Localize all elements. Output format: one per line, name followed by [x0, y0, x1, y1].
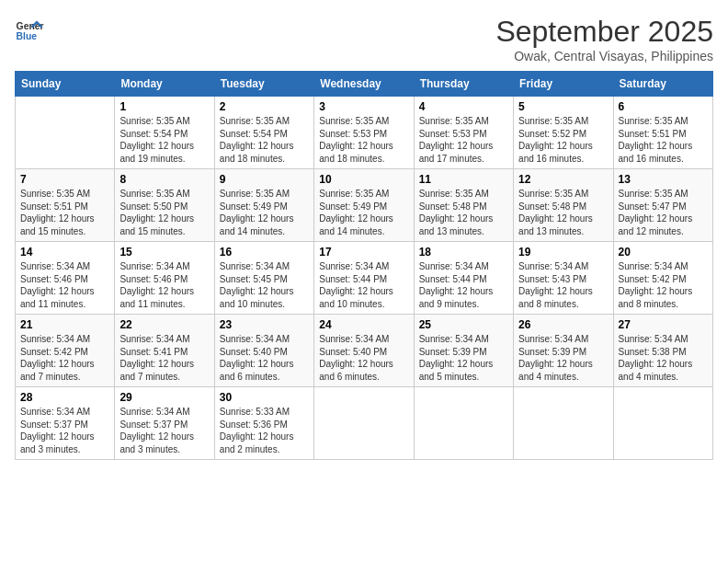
day-header-monday: Monday — [115, 72, 214, 97]
calendar-cell: 23Sunrise: 5:34 AMSunset: 5:40 PMDayligh… — [214, 315, 313, 387]
day-number: 11 — [419, 173, 508, 186]
day-info: Sunrise: 5:35 AMSunset: 5:53 PMDaylight:… — [419, 115, 508, 165]
calendar-cell: 24Sunrise: 5:34 AMSunset: 5:40 PMDayligh… — [314, 315, 414, 387]
calendar-cell: 18Sunrise: 5:34 AMSunset: 5:44 PMDayligh… — [414, 242, 513, 315]
calendar-cell — [613, 387, 712, 460]
calendar-cell: 21Sunrise: 5:34 AMSunset: 5:42 PMDayligh… — [16, 315, 115, 387]
day-number: 29 — [119, 391, 209, 404]
calendar-cell: 8Sunrise: 5:35 AMSunset: 5:50 PMDaylight… — [115, 169, 214, 242]
day-number: 12 — [518, 173, 608, 186]
calendar-cell: 14Sunrise: 5:34 AMSunset: 5:46 PMDayligh… — [16, 242, 115, 315]
day-number: 22 — [119, 318, 209, 331]
calendar-cell: 19Sunrise: 5:34 AMSunset: 5:43 PMDayligh… — [514, 242, 613, 315]
calendar-week-5: 28Sunrise: 5:34 AMSunset: 5:37 PMDayligh… — [16, 387, 713, 460]
calendar-cell: 26Sunrise: 5:34 AMSunset: 5:39 PMDayligh… — [514, 315, 613, 387]
day-info: Sunrise: 5:34 AMSunset: 5:37 PMDaylight:… — [119, 406, 209, 455]
day-info: Sunrise: 5:34 AMSunset: 5:40 PMDaylight:… — [220, 333, 309, 383]
day-header-wednesday: Wednesday — [314, 72, 414, 97]
day-info: Sunrise: 5:34 AMSunset: 5:46 PMDaylight:… — [119, 260, 209, 310]
day-header-saturday: Saturday — [613, 72, 712, 97]
calendar-cell: 7Sunrise: 5:35 AMSunset: 5:51 PMDaylight… — [16, 169, 115, 242]
day-info: Sunrise: 5:35 AMSunset: 5:52 PMDaylight:… — [518, 115, 608, 165]
day-info: Sunrise: 5:33 AMSunset: 5:36 PMDaylight:… — [220, 406, 309, 455]
calendar-week-1: 1Sunrise: 5:35 AMSunset: 5:54 PMDaylight… — [16, 97, 713, 169]
calendar-cell: 2Sunrise: 5:35 AMSunset: 5:54 PMDaylight… — [214, 97, 313, 169]
day-number: 26 — [518, 318, 608, 331]
day-info: Sunrise: 5:35 AMSunset: 5:54 PMDaylight:… — [119, 115, 209, 165]
day-number: 30 — [220, 391, 309, 404]
calendar-cell — [16, 97, 115, 169]
calendar-cell: 1Sunrise: 5:35 AMSunset: 5:54 PMDaylight… — [115, 97, 214, 169]
day-number: 21 — [20, 318, 109, 331]
day-info: Sunrise: 5:35 AMSunset: 5:49 PMDaylight:… — [319, 188, 408, 237]
day-number: 8 — [119, 173, 209, 186]
calendar-cell: 28Sunrise: 5:34 AMSunset: 5:37 PMDayligh… — [16, 387, 115, 460]
day-number: 13 — [619, 173, 708, 186]
day-info: Sunrise: 5:35 AMSunset: 5:54 PMDaylight:… — [220, 115, 309, 165]
svg-text:Blue: Blue — [17, 31, 38, 41]
logo: General Blue — [15, 15, 44, 44]
calendar-week-4: 21Sunrise: 5:34 AMSunset: 5:42 PMDayligh… — [16, 315, 713, 387]
day-info: Sunrise: 5:34 AMSunset: 5:44 PMDaylight:… — [419, 260, 508, 310]
day-number: 19 — [518, 246, 608, 259]
calendar-cell: 9Sunrise: 5:35 AMSunset: 5:49 PMDaylight… — [214, 169, 313, 242]
day-number: 7 — [20, 173, 109, 186]
calendar-cell: 6Sunrise: 5:35 AMSunset: 5:51 PMDaylight… — [613, 97, 712, 169]
day-info: Sunrise: 5:35 AMSunset: 5:51 PMDaylight:… — [619, 115, 708, 165]
calendar-cell: 15Sunrise: 5:34 AMSunset: 5:46 PMDayligh… — [115, 242, 214, 315]
day-number: 1 — [119, 100, 209, 113]
day-info: Sunrise: 5:34 AMSunset: 5:39 PMDaylight:… — [419, 333, 508, 383]
calendar-cell: 16Sunrise: 5:34 AMSunset: 5:45 PMDayligh… — [214, 242, 313, 315]
day-info: Sunrise: 5:35 AMSunset: 5:48 PMDaylight:… — [518, 188, 608, 237]
calendar-cell: 3Sunrise: 5:35 AMSunset: 5:53 PMDaylight… — [314, 97, 414, 169]
day-info: Sunrise: 5:35 AMSunset: 5:49 PMDaylight:… — [220, 188, 309, 237]
day-number: 15 — [119, 246, 209, 259]
calendar-week-2: 7Sunrise: 5:35 AMSunset: 5:51 PMDaylight… — [16, 169, 713, 242]
day-info: Sunrise: 5:34 AMSunset: 5:43 PMDaylight:… — [518, 260, 608, 310]
day-number: 17 — [319, 246, 408, 259]
day-info: Sunrise: 5:34 AMSunset: 5:42 PMDaylight:… — [619, 260, 708, 310]
day-number: 2 — [220, 100, 309, 113]
day-header-friday: Friday — [514, 72, 613, 97]
day-info: Sunrise: 5:35 AMSunset: 5:48 PMDaylight:… — [419, 188, 508, 237]
title-block: September 2025 Owak, Central Visayas, Ph… — [495, 15, 713, 63]
day-info: Sunrise: 5:34 AMSunset: 5:41 PMDaylight:… — [119, 333, 209, 383]
calendar-cell — [314, 387, 414, 460]
day-header-thursday: Thursday — [414, 72, 513, 97]
day-number: 20 — [619, 246, 708, 259]
day-header-tuesday: Tuesday — [214, 72, 313, 97]
calendar-week-3: 14Sunrise: 5:34 AMSunset: 5:46 PMDayligh… — [16, 242, 713, 315]
calendar-table: SundayMondayTuesdayWednesdayThursdayFrid… — [15, 71, 713, 460]
calendar-cell: 22Sunrise: 5:34 AMSunset: 5:41 PMDayligh… — [115, 315, 214, 387]
day-info: Sunrise: 5:35 AMSunset: 5:47 PMDaylight:… — [619, 188, 708, 237]
calendar-cell: 25Sunrise: 5:34 AMSunset: 5:39 PMDayligh… — [414, 315, 513, 387]
calendar-cell: 13Sunrise: 5:35 AMSunset: 5:47 PMDayligh… — [613, 169, 712, 242]
day-number: 18 — [419, 246, 508, 259]
day-info: Sunrise: 5:34 AMSunset: 5:45 PMDaylight:… — [220, 260, 309, 310]
day-info: Sunrise: 5:35 AMSunset: 5:51 PMDaylight:… — [20, 188, 109, 237]
day-number: 23 — [220, 318, 309, 331]
location-subtitle: Owak, Central Visayas, Philippines — [495, 49, 713, 63]
calendar-cell — [414, 387, 513, 460]
day-number: 27 — [619, 318, 708, 331]
month-title: September 2025 — [495, 15, 713, 49]
calendar-cell: 5Sunrise: 5:35 AMSunset: 5:52 PMDaylight… — [514, 97, 613, 169]
calendar-header-row: SundayMondayTuesdayWednesdayThursdayFrid… — [16, 72, 713, 97]
calendar-cell: 4Sunrise: 5:35 AMSunset: 5:53 PMDaylight… — [414, 97, 513, 169]
calendar-cell: 11Sunrise: 5:35 AMSunset: 5:48 PMDayligh… — [414, 169, 513, 242]
day-info: Sunrise: 5:34 AMSunset: 5:42 PMDaylight:… — [20, 333, 109, 383]
calendar-body: 1Sunrise: 5:35 AMSunset: 5:54 PMDaylight… — [16, 97, 713, 460]
calendar-cell: 30Sunrise: 5:33 AMSunset: 5:36 PMDayligh… — [214, 387, 313, 460]
logo-icon: General Blue — [15, 15, 44, 44]
day-info: Sunrise: 5:34 AMSunset: 5:40 PMDaylight:… — [319, 333, 408, 383]
calendar-cell: 20Sunrise: 5:34 AMSunset: 5:42 PMDayligh… — [613, 242, 712, 315]
page-header: General Blue September 2025 Owak, Centra… — [15, 15, 713, 63]
day-number: 6 — [619, 100, 708, 113]
day-info: Sunrise: 5:34 AMSunset: 5:44 PMDaylight:… — [319, 260, 408, 310]
day-number: 24 — [319, 318, 408, 331]
day-number: 16 — [220, 246, 309, 259]
calendar-cell: 10Sunrise: 5:35 AMSunset: 5:49 PMDayligh… — [314, 169, 414, 242]
day-info: Sunrise: 5:34 AMSunset: 5:37 PMDaylight:… — [20, 406, 109, 455]
day-header-sunday: Sunday — [16, 72, 115, 97]
calendar-cell: 12Sunrise: 5:35 AMSunset: 5:48 PMDayligh… — [514, 169, 613, 242]
